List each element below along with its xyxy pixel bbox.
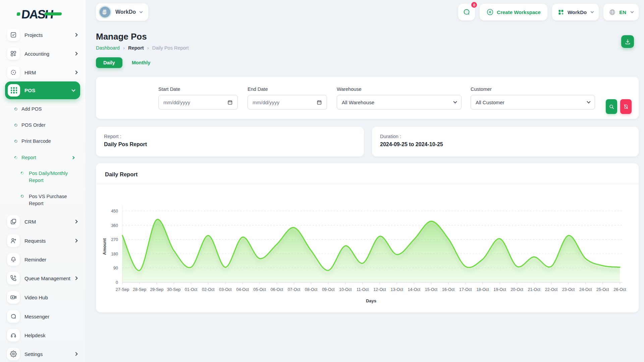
chevron-right-icon <box>71 156 75 159</box>
report-label: Report : <box>104 134 121 139</box>
start-date-input[interactable] <box>163 100 227 105</box>
svg-text:90: 90 <box>113 265 118 270</box>
sidebar-item-hrm[interactable]: HRM <box>0 65 86 80</box>
warehouse-selected-value: All Warehouse <box>342 100 374 105</box>
sidebar-item-settings[interactable]: Settings <box>0 347 86 361</box>
svg-text:09-Oct: 09-Oct <box>322 287 335 292</box>
svg-text:450: 450 <box>111 208 118 214</box>
download-report-button[interactable] <box>621 35 634 48</box>
create-workspace-button[interactable]: Create Workspace <box>480 4 547 20</box>
chevron-down-icon <box>453 100 457 103</box>
svg-text:01-Oct: 01-Oct <box>185 287 198 292</box>
chart-canvas: 09018027036045027-Sep28-Sep29-Sep30-Sep0… <box>101 188 634 309</box>
sidebar-item-messenger[interactable]: Messenger <box>0 309 86 324</box>
start-date-label: Start Date <box>158 86 238 92</box>
hrm-icon <box>7 66 20 79</box>
area-chart: 09018027036045027-Sep28-Sep29-Sep30-Sep0… <box>101 188 634 309</box>
bullet-icon <box>14 156 18 160</box>
chevron-right-icon <box>74 220 77 223</box>
end-date-input[interactable] <box>253 100 317 105</box>
plus-circle-icon <box>486 8 494 16</box>
breadcrumb-dashboard-link[interactable]: Dashboard <box>96 45 120 51</box>
customer-select[interactable]: All Customer <box>471 95 595 110</box>
duration-summary-card: Duration : 2024-09-25 to 2024-10-25 <box>372 127 639 157</box>
accounting-icon <box>7 47 20 60</box>
svg-text:Days: Days <box>366 298 376 303</box>
sidebar-item-pos-active[interactable]: POS <box>5 81 80 99</box>
calendar-icon[interactable] <box>317 100 322 105</box>
divider <box>96 184 639 184</box>
projects-icon <box>7 28 20 41</box>
sub-item-label: Pos Daily/Monthly Report <box>29 170 79 184</box>
svg-text:11-Oct: 11-Oct <box>357 287 369 292</box>
customer-label: Customer <box>471 86 595 92</box>
tab-monthly[interactable]: Monthly <box>126 57 157 68</box>
sidebar-item-accounting[interactable]: Accounting <box>0 46 86 61</box>
sidebar-item-add-pos[interactable]: Add POS <box>0 105 86 113</box>
messages-button[interactable]: 0 <box>458 4 475 20</box>
sidebar-item-projects[interactable]: Projects <box>0 27 86 42</box>
report-period-tabs: Daily Monthly <box>96 57 156 68</box>
warehouse-select[interactable]: All Warehouse <box>337 95 462 110</box>
sidebar-item-pos-vs-purchase-report[interactable]: Pos VS Purchase Report <box>0 193 86 208</box>
svg-text:26-Oct: 26-Oct <box>613 287 626 292</box>
sidebar-item-helpdesk[interactable]: Helpdesk <box>0 328 86 343</box>
sub-item-label: Report <box>21 154 36 161</box>
gear-icon <box>7 348 20 360</box>
sidebar-item-pos-daily-monthly-report[interactable]: Pos Daily/Monthly Report <box>0 170 86 185</box>
sub-item-label: Pos VS Purchase Report <box>29 193 79 207</box>
chevron-right-icon <box>74 352 77 356</box>
svg-text:17-Oct: 17-Oct <box>459 287 472 292</box>
customer-selected-value: All Customer <box>476 100 504 105</box>
chevron-right-icon <box>74 33 77 37</box>
workspace-menu-button[interactable]: WorkDo <box>552 4 599 20</box>
sidebar-item-queue-management[interactable]: Queue Management <box>0 271 86 286</box>
sidebar-item-crm[interactable]: CRM <box>0 214 86 229</box>
app-logo[interactable]: DASH <box>21 7 54 21</box>
sidebar-item-video-hub[interactable]: Video Hub <box>0 290 86 305</box>
workspace-switcher[interactable]: WorkDo <box>96 3 148 21</box>
calendar-icon[interactable] <box>227 100 233 105</box>
breadcrumb-separator: › <box>123 45 125 51</box>
svg-text:06-Oct: 06-Oct <box>271 287 283 292</box>
chevron-down-icon <box>591 10 594 13</box>
duration-label: Duration : <box>380 134 401 139</box>
svg-text:27-Sep: 27-Sep <box>116 287 129 292</box>
clear-filter-icon <box>623 104 629 109</box>
svg-text:29-Sep: 29-Sep <box>150 287 163 292</box>
svg-text:13-Oct: 13-Oct <box>390 287 403 292</box>
user-plus-icon <box>7 234 20 247</box>
breadcrumb-report-link[interactable]: Report <box>128 45 144 51</box>
bullet-icon <box>20 194 24 198</box>
sidebar-item-label: Helpdesk <box>24 333 46 338</box>
tab-daily[interactable]: Daily <box>96 57 122 68</box>
sidebar-item-requests[interactable]: Requests <box>0 233 86 248</box>
crm-icon <box>7 215 20 228</box>
messages-count-badge: 0 <box>471 1 478 8</box>
language-selector[interactable]: EN <box>603 4 639 20</box>
chevron-right-icon <box>74 52 77 55</box>
chevron-down-icon <box>140 10 143 13</box>
svg-text:07-Oct: 07-Oct <box>288 287 301 292</box>
sub-item-label: Print Barcode <box>21 138 51 145</box>
svg-text:04-Oct: 04-Oct <box>236 287 249 292</box>
apply-filter-button[interactable] <box>606 99 617 114</box>
sidebar-item-report[interactable]: Report <box>0 154 86 161</box>
sidebar-item-pos-order[interactable]: POS Order <box>0 121 86 129</box>
sidebar: DASH Projects Accounting HRM POS Add P <box>0 0 86 362</box>
chevron-right-icon <box>74 276 77 280</box>
logo-dot-icon <box>17 12 20 16</box>
svg-text:12-Oct: 12-Oct <box>373 287 386 292</box>
sidebar-item-label: Video Hub <box>24 295 48 300</box>
topbar: WorkDo 0 Create Workspace WorkDo EN <box>86 0 644 24</box>
sidebar-item-print-barcode[interactable]: Print Barcode <box>0 137 86 145</box>
grid-plus-icon <box>557 9 565 16</box>
bell-icon <box>7 253 20 266</box>
workspace-menu-label: WorkDo <box>568 9 587 15</box>
bullet-icon <box>14 123 18 127</box>
reset-filter-button[interactable] <box>620 99 632 114</box>
sidebar-item-reminder[interactable]: Reminder <box>0 252 86 267</box>
svg-text:08-Oct: 08-Oct <box>305 287 318 292</box>
phone-call-icon <box>7 272 20 285</box>
bullet-icon <box>20 171 24 175</box>
